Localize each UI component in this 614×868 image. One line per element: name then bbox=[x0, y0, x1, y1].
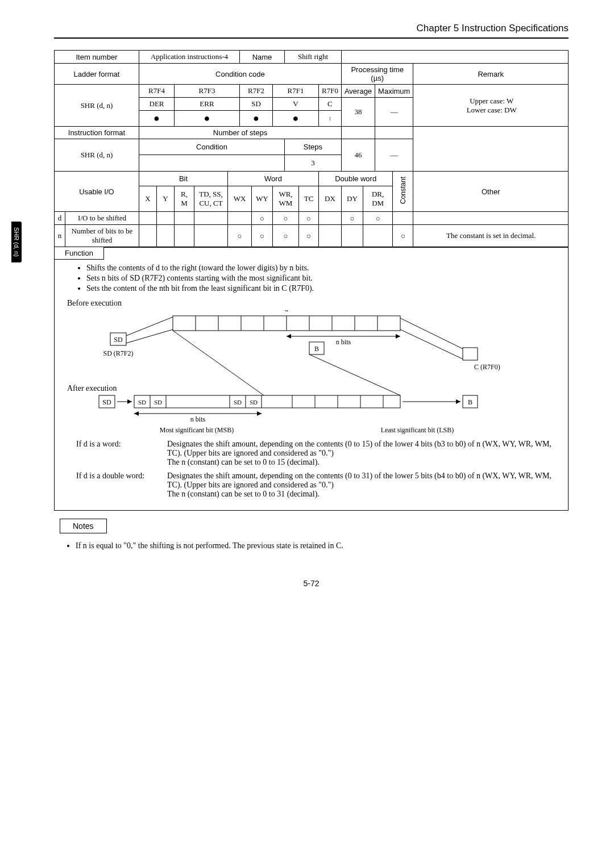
svg-text:SD (R7F2): SD (R7F2) bbox=[103, 349, 133, 357]
r7f3: R7F3 bbox=[175, 85, 240, 98]
upper-case: Upper case: W bbox=[418, 97, 565, 106]
svg-text:B: B bbox=[314, 345, 319, 353]
lbl-bit: Bit bbox=[139, 172, 228, 186]
cell bbox=[413, 212, 569, 225]
function-label: Function bbox=[54, 247, 104, 260]
cell bbox=[175, 212, 194, 225]
svg-text:C (R7F0): C (R7F0) bbox=[474, 363, 500, 371]
lbl-nsteps: Number of steps bbox=[139, 127, 342, 139]
lbl-max: Maximum bbox=[375, 85, 413, 98]
r7f4: R7F4 bbox=[139, 85, 175, 98]
n-sym: n bbox=[55, 225, 65, 247]
val-dash2: — bbox=[375, 139, 413, 172]
side-tab: SHR (d, n) bbox=[11, 222, 22, 262]
blank bbox=[139, 155, 285, 171]
svg-text:SD: SD bbox=[234, 399, 242, 406]
svg-marker-12 bbox=[287, 334, 291, 339]
svg-marker-29 bbox=[127, 399, 132, 404]
hdrm: DR,DM bbox=[363, 186, 393, 211]
cell bbox=[157, 212, 175, 225]
blank bbox=[341, 51, 568, 64]
svg-text:B: B bbox=[468, 398, 472, 406]
cell bbox=[175, 225, 194, 247]
val-app-instr: Application instructions-4 bbox=[139, 51, 240, 64]
lbl-dword: Double word bbox=[319, 172, 393, 186]
dot: ● bbox=[273, 111, 319, 127]
cell: ○ bbox=[273, 212, 299, 225]
hrm: R,M bbox=[175, 186, 194, 211]
lbl-avg: Average bbox=[341, 85, 375, 98]
svg-marker-46 bbox=[134, 411, 139, 416]
dot: ● bbox=[139, 111, 175, 127]
val-dash: — bbox=[375, 98, 413, 127]
func-b2: Sets n bits of SD (R7F2) contents starti… bbox=[86, 274, 558, 283]
val-shift-right: Shift right bbox=[285, 51, 342, 64]
lbl-usable: Usable I/O bbox=[55, 172, 139, 212]
cell bbox=[194, 212, 228, 225]
lbl-remark: Remark bbox=[413, 64, 569, 85]
lbl-ladder: Ladder format bbox=[55, 64, 139, 85]
if-word: If d is a word: bbox=[76, 440, 167, 467]
hy: Y bbox=[157, 186, 175, 211]
cell bbox=[393, 212, 413, 225]
svg-rect-22 bbox=[463, 348, 478, 360]
spec-table: Item number Application instructions-4 N… bbox=[54, 50, 569, 248]
n-text: Number of bits to be shifted bbox=[65, 225, 139, 247]
updn: ↕ bbox=[319, 111, 342, 127]
cell: ○ bbox=[299, 212, 319, 225]
svg-text:Most significant bit (MSB): Most significant bit (MSB) bbox=[160, 426, 234, 434]
lbl-instr-fmt: Instruction format bbox=[55, 127, 139, 139]
hwy: WY bbox=[252, 186, 273, 211]
svg-line-55 bbox=[173, 331, 264, 395]
cell bbox=[319, 225, 342, 247]
svg-text:SD: SD bbox=[102, 398, 111, 406]
dot: ● bbox=[240, 111, 273, 127]
if-word-txt1: Designates the shift amount, depending o… bbox=[167, 440, 558, 458]
page-number: 5-72 bbox=[54, 579, 569, 588]
lbl-condition: Condition bbox=[139, 139, 285, 155]
cell: ○ bbox=[393, 225, 413, 247]
notes-label: Notes bbox=[60, 519, 107, 533]
dot: ● bbox=[175, 111, 240, 127]
lbl-item-number: Item number bbox=[55, 51, 139, 64]
v: V bbox=[273, 98, 319, 111]
sd: SD bbox=[240, 98, 273, 111]
if-dword-txt2: The n (constant) can be set to 0 to 31 (… bbox=[167, 490, 558, 499]
val-3: 3 bbox=[285, 155, 342, 171]
der: DER bbox=[139, 98, 175, 111]
r7f2: R7F2 bbox=[240, 85, 273, 98]
func-b3: Sets the content of the nth bit from the… bbox=[86, 284, 558, 293]
htc: TC bbox=[299, 186, 319, 211]
hwx: WX bbox=[228, 186, 252, 211]
blank bbox=[413, 127, 569, 139]
svg-text:SD: SD bbox=[138, 399, 146, 406]
svg-text:SD: SD bbox=[250, 399, 258, 406]
d-sym: d bbox=[55, 212, 65, 225]
cell bbox=[319, 212, 342, 225]
svg-text:d: d bbox=[285, 310, 288, 313]
hx: X bbox=[139, 186, 157, 211]
chapter-heading: Chapter 5 Instruction Specifications bbox=[54, 23, 569, 39]
svg-marker-50 bbox=[456, 399, 460, 404]
hwrm: WR,WM bbox=[273, 186, 299, 211]
val-46: 46 bbox=[341, 139, 375, 172]
r7f0: R7F0 bbox=[319, 85, 342, 98]
svg-line-56 bbox=[309, 354, 400, 395]
val-shr: SHR (d, n) bbox=[55, 85, 139, 127]
hdy: DY bbox=[341, 186, 363, 211]
svg-text:SD: SD bbox=[154, 399, 162, 406]
lbl-word: Word bbox=[228, 172, 319, 186]
before-exec: Before execution bbox=[67, 299, 558, 308]
svg-marker-47 bbox=[257, 411, 262, 416]
cell bbox=[363, 225, 393, 247]
lbl-steps: Steps bbox=[285, 139, 342, 155]
cell bbox=[341, 225, 363, 247]
htd: TD, SS,CU, CT bbox=[194, 186, 228, 211]
svg-marker-13 bbox=[396, 334, 400, 339]
cell bbox=[139, 212, 157, 225]
if-dword-txt1: Designates the shift amount, depending o… bbox=[167, 471, 558, 490]
err: ERR bbox=[175, 98, 240, 111]
svg-line-21 bbox=[126, 329, 173, 343]
lbl-proc-time: Processing time (µs) bbox=[341, 64, 413, 85]
blank bbox=[341, 127, 375, 139]
